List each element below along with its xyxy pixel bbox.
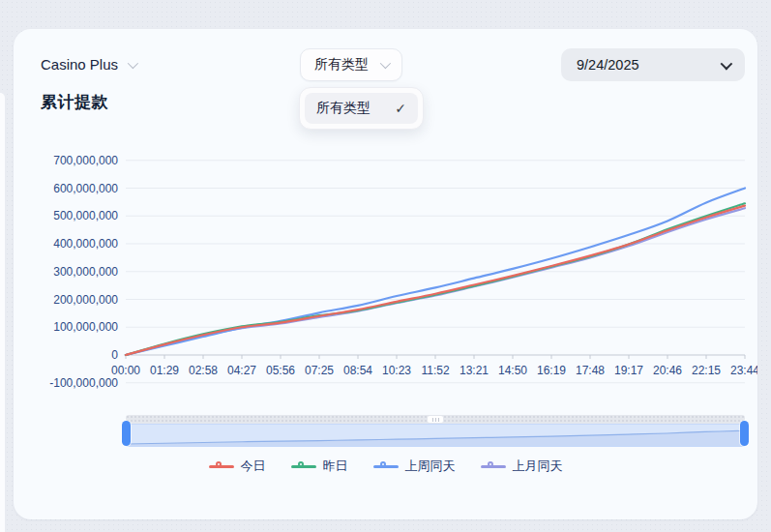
x-axis-label: 04:27 <box>227 364 256 377</box>
y-axis-label: 400,000,000 <box>53 237 118 251</box>
chevron-down-icon <box>128 57 138 68</box>
x-axis-label: 20:46 <box>653 364 682 377</box>
datazoom-track[interactable] <box>126 415 745 424</box>
x-axis-label: 23:44 <box>730 364 757 377</box>
legend-marker-icon <box>209 460 234 472</box>
datazoom-slider[interactable] <box>126 415 745 447</box>
y-axis-label: 700,000,000 <box>53 154 118 167</box>
x-axis-label: 05:56 <box>266 364 295 377</box>
y-axis-label: 300,000,000 <box>53 265 118 279</box>
x-axis-label: 22:15 <box>692 364 721 377</box>
x-axis-label: 17:48 <box>576 364 605 377</box>
page-title: 累计提款 <box>41 91 108 113</box>
legend-item-0[interactable]: 今日 <box>209 458 266 475</box>
chart-legend: 今日昨日上周同天上月同天 <box>14 458 757 475</box>
legend-item-3[interactable]: 上月同天 <box>481 458 563 475</box>
datazoom-selected-range[interactable] <box>126 424 745 447</box>
series-line-3 <box>126 208 745 355</box>
y-axis-label: 500,000,000 <box>53 209 118 222</box>
x-axis-label: 01:29 <box>150 364 179 377</box>
datazoom-right-handle[interactable] <box>740 421 749 446</box>
x-axis-label: 10:23 <box>382 364 411 377</box>
legend-marker-icon <box>481 460 506 472</box>
date-picker[interactable]: 9/24/2025 <box>561 48 745 81</box>
chart-card: Casino Plus 累计提款 所有类型 所有类型 ✓ 9/24/2025 7… <box>14 29 757 519</box>
legend-marker-icon <box>291 460 316 472</box>
y-axis-label: 100,000,000 <box>53 320 118 334</box>
x-axis-label: 19:17 <box>614 364 643 377</box>
x-axis-label: 13:21 <box>460 364 489 377</box>
menu-item-label: 所有类型 <box>316 100 371 117</box>
type-filter-dropdown[interactable]: 所有类型 <box>300 48 402 81</box>
y-axis-label: 600,000,000 <box>53 182 118 195</box>
series-line-2 <box>126 189 745 356</box>
datazoom-grip-handle[interactable] <box>428 416 443 423</box>
y-axis-label: 0 <box>111 348 118 362</box>
legend-item-2[interactable]: 上周同天 <box>373 458 456 475</box>
date-picker-value: 9/24/2025 <box>577 57 639 73</box>
x-axis-label: 14:50 <box>498 364 527 377</box>
menu-item-all-types[interactable]: 所有类型 ✓ <box>305 93 418 124</box>
chevron-down-icon <box>721 57 733 70</box>
x-axis-label: 16:19 <box>537 364 566 377</box>
legend-label: 上月同天 <box>513 458 563 475</box>
merchant-select-label: Casino Plus <box>41 56 118 73</box>
legend-label: 今日 <box>241 458 266 475</box>
page-background: { "header": { "merchant": "Casino Plus",… <box>0 0 771 532</box>
x-axis-label: 00:00 <box>111 364 140 377</box>
x-axis-label: 07:25 <box>305 364 334 377</box>
y-axis-label: 200,000,000 <box>53 293 118 307</box>
x-axis-label: 11:52 <box>421 364 449 377</box>
check-icon: ✓ <box>395 101 406 116</box>
x-axis-label: 08:54 <box>343 364 372 377</box>
legend-label: 上周同天 <box>405 458 456 475</box>
type-filter-value: 所有类型 <box>314 56 369 74</box>
merchant-select[interactable]: Casino Plus <box>41 56 135 73</box>
type-filter-menu: 所有类型 ✓ <box>299 87 424 130</box>
line-chart: 700,000,000600,000,000500,000,000400,000… <box>14 145 757 406</box>
adjacent-card-edge <box>0 93 5 532</box>
series-line-0 <box>126 206 745 355</box>
y-axis-label: -100,000,000 <box>49 376 118 390</box>
legend-marker-icon <box>373 460 399 472</box>
legend-label: 昨日 <box>323 458 348 475</box>
datazoom-left-handle[interactable] <box>122 421 131 446</box>
x-axis-label: 02:58 <box>189 364 218 377</box>
legend-item-1[interactable]: 昨日 <box>291 458 348 475</box>
datazoom-preview-line <box>127 425 744 446</box>
chevron-down-icon <box>380 58 391 69</box>
series-line-1 <box>126 203 745 355</box>
